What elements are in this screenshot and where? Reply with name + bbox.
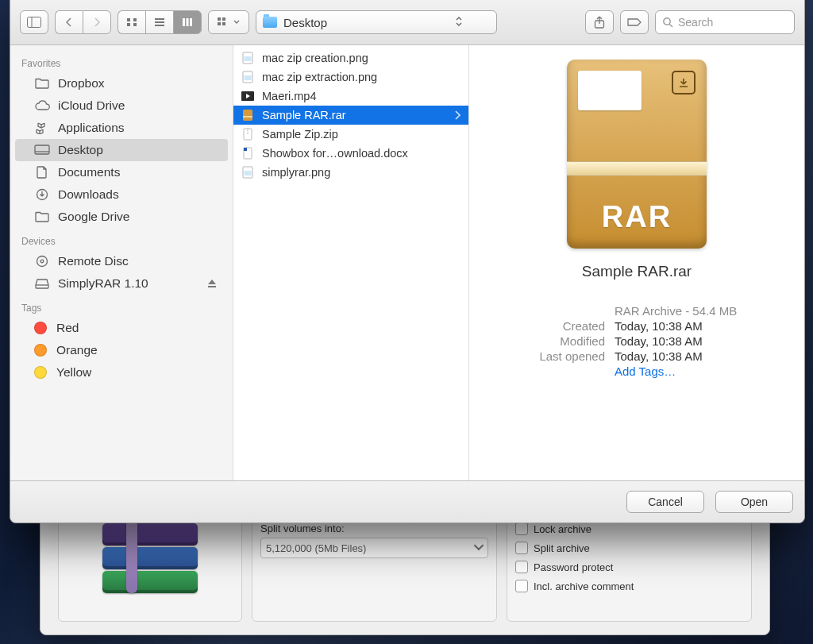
winrar-books-icon [102,520,198,596]
file-item[interactable]: simplyrar.png [233,163,468,182]
file-type-icon [240,166,256,179]
file-type-icon [240,128,256,141]
add-tags-link[interactable]: Add Tags… [605,364,764,378]
svg-rect-37 [245,171,252,175]
shipping-label-graphic [578,71,642,110]
svg-rect-30 [243,110,252,121]
sidebar-item-applications[interactable]: Applications [15,117,228,139]
svg-rect-31 [243,116,252,118]
svg-rect-35 [244,148,247,151]
file-name-label: mac zip creation.png [262,52,368,64]
archive-option-label: Split archive [534,542,590,554]
sidebar-item-label: Yellow [56,365,91,380]
preview-type-size: RAR Archive - 54.4 MB [605,304,764,318]
sidebar-item-downloads[interactable]: Downloads [15,183,228,206]
download-icon [34,188,50,201]
archive-option-row[interactable]: Split archive [515,542,743,554]
metadata-value: Today, 10:38 AM [605,334,764,348]
sidebar-section-header: Favorites [10,50,233,72]
view-mode-segment [118,10,202,34]
svg-rect-5 [133,23,137,26]
tag-dot-icon [34,322,47,334]
archive-option-row[interactable]: Lock archive [515,523,743,535]
sidebar-item-label: Documents [58,165,120,179]
view-list-button[interactable] [145,10,173,34]
sidebar-item-label: Applications [58,121,125,135]
metadata-key: Last opened [510,349,605,363]
checkbox-icon[interactable] [515,523,528,535]
share-button[interactable] [585,10,614,34]
svg-rect-2 [127,18,130,21]
sidebar-item-orange[interactable]: Orange [15,339,228,361]
split-volumes-combo[interactable]: 5,120,000 (5Mb Files) [260,538,488,558]
tag-dot-icon [34,366,47,379]
back-button[interactable] [55,10,83,34]
svg-rect-15 [222,22,225,25]
metadata-key: Created [510,319,605,333]
svg-point-22 [37,256,48,267]
nav-back-forward [55,10,111,34]
sidebar-item-red[interactable]: Red [15,317,228,339]
sidebar-item-label: SimplyRAR 1.10 [58,276,148,291]
folder-icon [34,77,50,90]
chevron-down-icon [473,542,484,553]
svg-rect-11 [190,18,192,26]
checkbox-icon[interactable] [515,580,528,592]
sidebar-item-simplyrar-1-10[interactable]: SimplyRAR 1.10 [15,272,228,295]
tags-button[interactable] [620,10,649,34]
sidebar-item-yellow[interactable]: Yellow [15,361,228,384]
cancel-button[interactable]: Cancel [626,491,704,513]
archive-option-label: Password protect [534,561,613,573]
archive-option-row[interactable]: Password protect [515,561,743,573]
apps-icon [34,121,50,134]
rar-icon-text: RAR [567,200,707,234]
path-popup[interactable]: Desktop [256,10,468,34]
doc-icon [34,166,50,179]
svg-line-18 [669,24,672,27]
arrange-menu-button[interactable] [208,10,249,34]
eject-icon[interactable] [207,279,217,288]
preview-pane: RAR Sample RAR.rar RAR Archive - 54.4 MB… [469,45,804,480]
file-item[interactable]: mac zip creation.png [233,48,468,67]
file-name-label: Sample Zip.zip [262,128,338,141]
metadata-value: Today, 10:38 AM [605,349,764,363]
sidebar-item-remote-disc[interactable]: Remote Disc [15,250,228,272]
sidebar-item-desktop[interactable]: Desktop [15,139,228,161]
svg-rect-26 [245,56,252,61]
sidebar-toggle-button[interactable] [20,10,48,34]
file-type-icon [240,90,256,102]
view-columns-button[interactable] [173,10,202,34]
file-type-icon [240,109,256,121]
forward-button[interactable] [83,10,111,34]
sidebar-item-label: iCloud Drive [58,98,125,113]
split-volumes-value: 5,120,000 (5Mb Files) [266,542,366,554]
open-button[interactable]: Open [715,491,793,513]
svg-point-17 [664,18,670,25]
dialog-toolbar: Desktop Search [10,0,804,45]
search-icon [662,17,673,28]
svg-rect-0 [28,17,41,28]
file-item[interactable]: Showbox for…ownload.docx [233,144,468,163]
file-list-column[interactable]: mac zip creation.pngmac zip extraction.p… [233,45,469,480]
sidebar-section-header: Devices [10,228,233,250]
file-item[interactable]: mac zip extraction.png [233,67,468,87]
sidebar-item-documents[interactable]: Documents [15,161,228,183]
sidebar-item-dropbox[interactable]: Dropbox [15,72,228,94]
file-item[interactable]: Sample RAR.rar [233,106,468,125]
sidebar[interactable]: FavoritesDropboxiCloud DriveApplications… [10,45,233,480]
archive-option-row[interactable]: Incl. archive comment [515,580,743,592]
sidebar-item-google-drive[interactable]: Google Drive [15,206,228,228]
sidebar-item-label: Google Drive [58,210,129,224]
checkbox-icon[interactable] [515,561,528,573]
search-field[interactable]: Search [655,10,795,34]
file-item[interactable]: Maeri.mp4 [233,87,468,106]
preview-filename: Sample RAR.rar [582,263,692,280]
file-item[interactable]: Sample Zip.zip [233,125,468,144]
checkbox-icon[interactable] [515,542,528,554]
sidebar-item-label: Desktop [58,143,103,157]
view-icons-button[interactable] [118,10,145,34]
sidebar-item-label: Remote Disc [58,254,129,268]
open-file-dialog: Desktop Search FavoritesDropboxiCloud Dr… [10,0,805,523]
metadata-key: Modified [510,334,605,348]
sidebar-item-icloud-drive[interactable]: iCloud Drive [15,94,228,117]
